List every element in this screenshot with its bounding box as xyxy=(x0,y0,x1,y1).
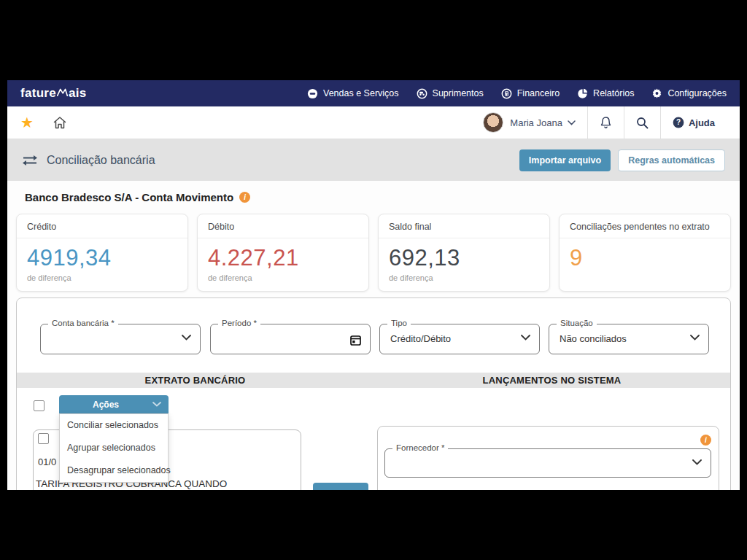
final-balance-card: Saldo final 692,13 de diferença xyxy=(378,214,550,292)
card-subtext: de diferença xyxy=(198,271,368,284)
nav-item-configuracoes[interactable]: Configurações xyxy=(651,88,727,99)
home-icon[interactable] xyxy=(53,116,67,130)
finance-icon xyxy=(501,88,512,99)
reports-pie-icon xyxy=(577,88,588,99)
conciliar-row-button[interactable] xyxy=(313,483,368,490)
card-subtext: de diferença xyxy=(17,271,187,284)
nav-item-vendas[interactable]: Vendas e Serviços xyxy=(307,88,399,99)
card-value: 9 xyxy=(560,238,730,271)
field-label: Tipo xyxy=(387,319,411,327)
card-label: Débito xyxy=(198,214,368,238)
actions-dropdown-menu: Conciliar selecionados Agrupar seleciona… xyxy=(59,413,169,483)
field-value: Crédito/Débito xyxy=(390,333,451,344)
toolbar-right-group: Maria Joana ? xyxy=(471,106,727,139)
row-checkbox[interactable] xyxy=(38,433,49,444)
nav-menu: Vendas e Serviços Suprimentos Fi xyxy=(307,88,727,99)
select-all-checkbox[interactable] xyxy=(34,400,44,411)
menu-item-desagrupar[interactable]: Desagrupar selecionados xyxy=(60,459,168,482)
field-label: Período * xyxy=(218,319,260,327)
main-content: Banco Bradesco S/A - Conta Movimento i C… xyxy=(7,181,740,490)
logo-m-icon xyxy=(57,88,68,97)
lancamento-info-icon[interactable]: i xyxy=(700,435,711,446)
notifications-button[interactable] xyxy=(587,106,624,139)
search-button[interactable] xyxy=(624,106,660,139)
account-title: Banco Bradesco S/A - Conta Movimento xyxy=(25,191,233,203)
reconciliation-panel: Conta bancária * Período * Tipo Crédito/… xyxy=(16,298,731,490)
actions-button[interactable]: Ações xyxy=(59,395,169,413)
card-label: Saldo final xyxy=(379,214,549,238)
nav-item-relatorios[interactable]: Relatórios xyxy=(577,88,634,99)
period-date-field[interactable]: Período * xyxy=(210,324,371,354)
help-icon: ? xyxy=(673,117,684,128)
section-headers: EXTRATO BANCÁRIO LANÇAMENTOS NO SISTEMA xyxy=(17,373,730,388)
nav-label: Financeiro xyxy=(517,88,560,98)
user-avatar xyxy=(483,112,503,133)
chevron-down-icon xyxy=(521,335,530,341)
nav-label: Vendas e Serviços xyxy=(323,88,399,98)
nav-label: Relatórios xyxy=(593,88,634,98)
svg-text:?: ? xyxy=(676,118,681,126)
account-info-icon[interactable]: i xyxy=(239,192,250,203)
section-header-extrato: EXTRATO BANCÁRIO xyxy=(17,373,374,388)
search-icon xyxy=(636,117,649,129)
card-label: Conciliações pendentes no extrato xyxy=(560,214,730,238)
sales-icon xyxy=(307,88,318,99)
type-select[interactable]: Tipo Crédito/Débito xyxy=(379,324,540,354)
field-label: Conta bancária * xyxy=(48,319,118,327)
credit-card: Crédito 4919,34 de diferença xyxy=(16,214,188,292)
calendar-icon xyxy=(350,335,361,346)
top-navbar: fature ais Vendas e Serviços Suprimentos xyxy=(7,80,740,106)
help-button[interactable]: ? Ajuda xyxy=(660,106,727,139)
row-date: 01/0 xyxy=(38,456,56,467)
lancamento-card: i Fornecedor * xyxy=(377,426,719,490)
card-value: 4.227,21 xyxy=(198,238,368,271)
page-title: Conciliação bancária xyxy=(47,154,155,167)
chevron-down-icon xyxy=(152,402,161,407)
fornecedor-select[interactable]: Fornecedor * xyxy=(384,448,711,478)
gear-icon xyxy=(651,88,662,99)
card-value: 4919,34 xyxy=(17,238,187,271)
actions-button-label: Ações xyxy=(59,400,152,410)
summary-cards-row: Crédito 4919,34 de diferença Débito 4.22… xyxy=(16,214,731,292)
menu-item-agrupar[interactable]: Agrupar selecionados xyxy=(60,437,168,459)
nav-label: Configurações xyxy=(667,88,727,98)
nav-label: Suprimentos xyxy=(433,88,484,98)
user-menu[interactable]: Maria Joana xyxy=(471,106,587,139)
logo-text-right: ais xyxy=(69,86,87,101)
status-select[interactable]: Situação Não conciliados xyxy=(549,324,709,354)
card-subtext xyxy=(560,271,730,276)
card-subtext: de diferença xyxy=(379,271,549,284)
favorite-star-icon[interactable]: ★ xyxy=(20,114,34,131)
debit-card: Débito 4.227,21 de diferença xyxy=(197,214,369,292)
field-label: Situação xyxy=(557,319,597,327)
secondary-toolbar: ★ Maria Joana xyxy=(7,106,740,139)
supplies-icon xyxy=(417,88,427,99)
automatic-rules-button[interactable]: Regras automáticas xyxy=(618,149,725,171)
nav-item-suprimentos[interactable]: Suprimentos xyxy=(417,88,484,99)
page-titlebar: Conciliação bancária Importar arquivo Re… xyxy=(7,139,740,181)
menu-item-conciliar[interactable]: Conciliar selecionados xyxy=(60,414,168,437)
logo-text-left: fature xyxy=(20,86,56,101)
account-header: Banco Bradesco S/A - Conta Movimento i xyxy=(25,191,250,203)
bank-account-select[interactable]: Conta bancária * xyxy=(40,324,201,354)
card-value: 692,13 xyxy=(379,238,549,271)
card-label: Crédito xyxy=(17,214,187,238)
user-name: Maria Joana xyxy=(510,117,562,128)
import-file-button[interactable]: Importar arquivo xyxy=(519,149,611,171)
titlebar-buttons: Importar arquivo Regras automáticas xyxy=(519,149,725,171)
section-header-lancamentos: LANÇAMENTOS NO SISTEMA xyxy=(374,373,730,388)
nav-item-financeiro[interactable]: Financeiro xyxy=(501,88,560,99)
app-window: fature ais Vendas e Serviços Suprimentos xyxy=(7,80,740,490)
pending-reconciliations-card: Conciliações pendentes no extrato 9 xyxy=(559,214,731,292)
chevron-down-icon xyxy=(568,120,576,125)
reconciliation-arrows-icon xyxy=(22,155,38,166)
field-value: Não conciliados xyxy=(560,333,627,344)
chevron-down-icon xyxy=(182,335,191,341)
field-label: Fornecedor * xyxy=(392,443,448,452)
chevron-down-icon xyxy=(692,459,702,465)
help-label: Ajuda xyxy=(689,117,715,128)
bell-icon xyxy=(600,116,612,130)
brand-logo[interactable]: fature ais xyxy=(20,86,87,101)
chevron-down-icon xyxy=(690,335,700,341)
